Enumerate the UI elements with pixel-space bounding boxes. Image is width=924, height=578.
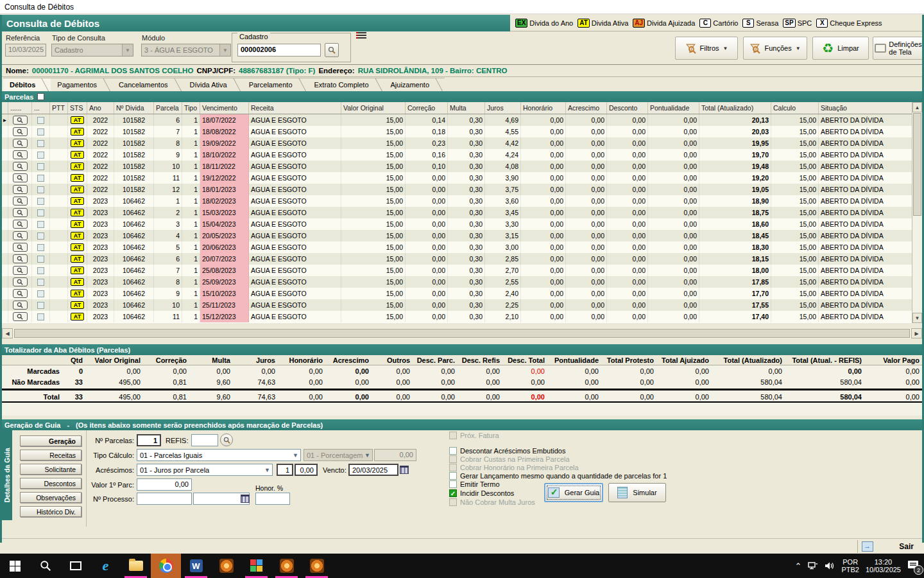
row-checkbox[interactable] [37,175,44,182]
porcentagem-select[interactable]: 01 - Porcentagem ▼ [304,449,373,461]
grid-col-header[interactable]: Tipo [182,102,200,114]
checked-checkbox-icon[interactable]: ✓ [449,489,457,497]
clock[interactable]: 13:2010/03/2025 [866,558,901,574]
row-detail-button[interactable] [13,127,28,136]
grid-col-header[interactable]: Ano [87,102,114,114]
grid-col-header[interactable]: ... [32,102,50,114]
calendar-icon[interactable] [241,495,250,503]
row-checkbox[interactable] [37,140,44,147]
row-checkbox[interactable] [37,221,44,228]
scroll-left-icon[interactable]: ◀ [2,328,13,338]
referencia-field[interactable]: 10/03/2025 [5,44,46,57]
row-checkbox[interactable] [37,290,44,297]
row-checkbox[interactable] [37,256,44,263]
tab-parcelamento[interactable]: Parcelamento [243,78,308,91]
gerar-guia-button[interactable]: Gerar Guia [544,483,603,502]
simular-button[interactable]: Simular [608,483,666,502]
grid-col-header[interactable]: Vencimento [200,102,249,114]
grid-col-header[interactable]: Desconto [607,102,648,114]
row-detail-button[interactable] [13,277,28,286]
guia-side-button-observa-es[interactable]: Observações [20,492,81,503]
grid-col-header[interactable] [2,102,8,114]
row-checkbox[interactable] [37,279,44,286]
modulo-select[interactable]: 3 - ÁGUA E ESGOTO ▼ [141,44,231,57]
limpar-button[interactable]: ♻ Limpar [812,37,869,60]
scroll-right-icon[interactable]: ▶ [911,328,922,338]
row-detail-button[interactable] [13,289,28,298]
row-detail-button[interactable] [13,243,28,252]
unchecked-checkbox-icon[interactable] [449,464,457,471]
checkbox-cobrar-honor-rio-na-primeira-parcela[interactable]: Cobrar Honorário na Primeira Parcela [449,464,579,471]
unchecked-checkbox-icon[interactable] [449,472,457,480]
row-checkbox[interactable] [37,232,44,240]
guia-side-button-hist-rico-div-[interactable]: Histórico Div. [20,506,81,517]
tab-d-bitos[interactable]: Débitos [3,78,51,91]
acrescimos-amount-field[interactable]: 0,00 [295,464,318,476]
taskbar-button-word[interactable]: W [181,554,211,578]
grid-col-header[interactable]: Calculo [771,102,819,114]
row-detail-button[interactable] [13,185,28,194]
row-detail-button[interactable] [13,116,28,125]
row-detail-button[interactable] [13,220,28,229]
row-checkbox[interactable] [37,244,44,251]
guia-side-button-receitas[interactable]: Receitas [20,450,81,460]
tray-chevron-icon[interactable]: ⌃ [795,561,802,571]
grid-col-header[interactable]: Receita [249,102,341,114]
vertical-scrollbar[interactable]: ▲ ▼ [912,102,922,323]
horizontal-scroll-thumb[interactable] [14,329,910,338]
row-detail-button[interactable] [13,312,28,321]
grid-col-header[interactable]: ...... [8,102,32,114]
grid-col-header[interactable]: Correção [406,102,448,114]
grid-col-header[interactable]: STS [68,102,87,114]
definicoes-tela-button[interactable]: Definiçõesde Tela [873,37,924,60]
checkbox-n-o-cobrar-multa-juros[interactable]: Não Cobrar Multa Juros [449,498,535,506]
guia-side-button-solicitante[interactable]: Solicitante [20,464,81,475]
grid-col-header[interactable]: Total (Atualizado) [699,102,771,114]
checkbox-pr-x-fatura[interactable]: Próx. Fatura [449,432,499,439]
tab-extrato-completo[interactable]: Extrato Completo [308,78,384,91]
checkbox-cobrar-custas-na-primeira-parcela[interactable]: Cobrar Custas na Primeira Parcela [449,455,570,463]
row-checkbox[interactable] [37,152,44,159]
checkbox-incidir-descontos[interactable]: ✓Incidir Descontos [449,489,514,497]
row-checkbox[interactable] [37,117,44,124]
grid-col-header[interactable]: Honorário [521,102,566,114]
vencto-field[interactable]: 20/03/2025 [348,464,398,476]
guia-side-button-gera-o[interactable]: Geração [20,435,81,446]
grid-col-header[interactable]: Parcela [154,102,182,114]
row-checkbox[interactable] [37,128,44,136]
tipo-consulta-select[interactable]: Cadastro ▼ [51,44,133,57]
volume-icon[interactable] [825,561,835,570]
unchecked-checkbox-icon[interactable] [449,498,457,506]
taskbar-button-file-explorer[interactable] [121,554,151,578]
row-detail-button[interactable] [13,162,28,171]
cadastro-search-button[interactable] [325,43,339,57]
calendar-icon[interactable] [400,466,409,474]
row-detail-button[interactable] [13,208,28,217]
taskbar-button-app-sun-3[interactable] [302,554,332,578]
checkbox-emitir-termo[interactable]: Emitir Termo [449,480,500,488]
row-detail-button[interactable] [13,139,28,148]
sair-button[interactable]: Sair [857,540,921,553]
unchecked-checkbox-icon[interactable] [449,480,457,488]
tab-ajuizamento[interactable]: Ajuizamento [384,78,445,91]
grid-col-header[interactable]: Juros [485,102,521,114]
taskbar-button-start[interactable] [0,554,30,578]
taskbar-button-app-grid[interactable] [241,554,271,578]
refis-search-button[interactable] [220,434,233,446]
row-detail-button[interactable] [13,173,28,182]
unchecked-checkbox-icon[interactable] [449,432,457,439]
grid-col-header[interactable]: Nº Divida [114,102,154,114]
row-detail-button[interactable] [13,254,28,263]
unchecked-checkbox-icon[interactable] [449,455,457,463]
grid-col-header[interactable]: Acrescimo [566,102,607,114]
row-checkbox[interactable] [37,198,44,205]
row-detail-button[interactable] [13,197,28,206]
grid-col-header[interactable]: Situação [819,102,912,114]
funcoes-button[interactable]: Funções ▼ [743,37,807,60]
notification-center-icon[interactable]: 2 [907,560,919,572]
unchecked-checkbox-icon[interactable] [449,447,457,455]
grid-col-header[interactable]: Multa [448,102,485,114]
guia-side-button-descontos[interactable]: Descontos [20,478,81,489]
row-checkbox[interactable] [37,209,44,216]
scroll-up-icon[interactable]: ▲ [912,102,922,112]
